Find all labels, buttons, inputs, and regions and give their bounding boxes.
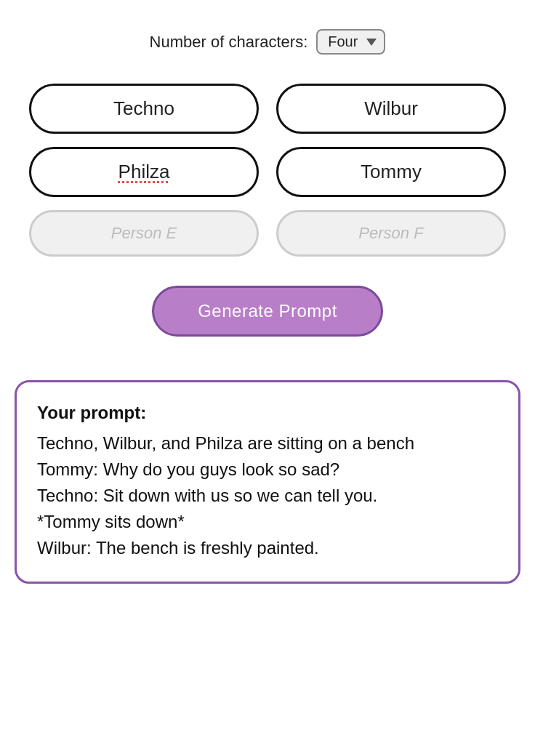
character-slot-d[interactable]: Tommy <box>276 147 506 197</box>
character-slot-a[interactable]: Techno <box>29 84 259 134</box>
num-characters-value: Four <box>328 33 358 50</box>
character-grid: Techno Wilbur Philza Tommy Person E Pers… <box>15 84 520 257</box>
chevron-down-icon <box>366 39 377 46</box>
prompt-label: Your prompt: <box>37 403 498 423</box>
num-characters-label: Number of characters: <box>150 33 308 52</box>
prompt-box: Your prompt: Techno, Wilbur, and Philza … <box>15 380 520 584</box>
prompt-content: Techno, Wilbur, and Philza are sitting o… <box>37 430 498 561</box>
num-characters-dropdown[interactable]: Four <box>316 29 385 55</box>
top-section: Number of characters: Four Techno Wilbur… <box>15 29 520 584</box>
character-slot-e[interactable]: Person E <box>29 210 259 257</box>
character-slot-b[interactable]: Wilbur <box>276 84 506 134</box>
generate-prompt-button[interactable]: Generate Prompt <box>152 286 383 337</box>
character-slot-f[interactable]: Person F <box>276 210 506 257</box>
num-characters-row: Number of characters: Four <box>150 29 386 55</box>
character-slot-c[interactable]: Philza <box>29 147 259 197</box>
